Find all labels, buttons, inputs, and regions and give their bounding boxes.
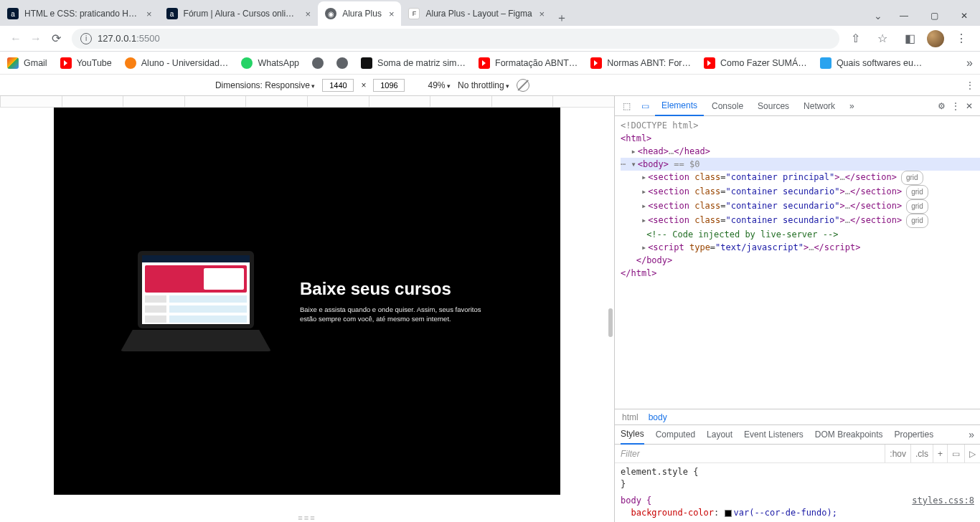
tab-network[interactable]: Network: [797, 96, 842, 116]
bookmark-softwares[interactable]: Quais softwares eu…: [820, 57, 923, 69]
close-icon[interactable]: ×: [540, 9, 545, 19]
kebab-icon[interactable]: ⋮: [951, 101, 960, 111]
side-panel-icon[interactable]: ◧: [900, 29, 920, 49]
tab-1[interactable]: a Fórum | Alura - Cursos online de ×: [159, 1, 319, 26]
tab-event-listeners[interactable]: Event Listeners: [744, 430, 804, 440]
bookmark-normas[interactable]: Normas ABNT: For…: [590, 57, 691, 69]
tab-dom-breakpoints[interactable]: DOM Breakpoints: [815, 430, 883, 440]
devtools-panel: ⬚ ▭ Elements Console Sources Network » ⚙…: [614, 96, 980, 522]
bookmark-sumario[interactable]: Como Fazer SUMÁ…: [704, 57, 807, 69]
minimize-button[interactable]: —: [891, 6, 917, 26]
cls-toggle[interactable]: .cls: [910, 445, 933, 462]
rotate-icon[interactable]: [517, 79, 529, 92]
maximize-button[interactable]: ▢: [921, 6, 947, 26]
favicon-globe: ◉: [325, 8, 336, 19]
tab-properties[interactable]: Properties: [895, 430, 934, 440]
resize-handle-horizontal[interactable]: ≡≡≡: [0, 513, 614, 522]
device-bar-menu[interactable]: ⋮: [960, 80, 980, 90]
bookmark-gmail[interactable]: Gmail: [7, 57, 47, 69]
emulated-viewport[interactable]: Baixe seus cursos Baixe e assista quando…: [54, 108, 560, 495]
styles-filter-input[interactable]: Filter: [615, 449, 885, 459]
styles-tabs: Styles Computed Layout Event Listeners D…: [615, 424, 980, 445]
whatsapp-icon: [241, 57, 253, 69]
preview-scrollbar[interactable]: [607, 301, 614, 344]
hov-toggle[interactable]: :hov: [885, 445, 910, 462]
devtools-close-icon[interactable]: ✕: [966, 101, 973, 111]
tab-label: Fórum | Alura - Cursos online de: [184, 9, 298, 19]
tab-styles[interactable]: Styles: [621, 424, 644, 445]
tab-label: Alura Plus - Layout – Figma: [425, 9, 532, 19]
bookmark-matriz[interactable]: Soma de matriz sim…: [361, 57, 466, 69]
styles-filter-row: Filter :hov .cls + ▭ ▷: [615, 445, 980, 463]
window-close-button[interactable]: ✕: [951, 6, 977, 26]
address-bar[interactable]: i 127.0.0.1:5500: [72, 29, 839, 49]
hero-body: Baixe e assista quando e onde quiser. As…: [300, 305, 494, 324]
new-rule-button[interactable]: +: [933, 445, 947, 462]
forward-button[interactable]: →: [26, 29, 46, 49]
styles-overflow[interactable]: »: [969, 429, 974, 440]
more-actions-icon[interactable]: ▷: [964, 445, 980, 462]
bookmark-generic-2[interactable]: [336, 57, 348, 69]
device-toggle-icon[interactable]: ▭: [636, 101, 654, 111]
tab-layout[interactable]: Layout: [707, 430, 732, 440]
globe-icon: [336, 57, 348, 69]
computed-pane-icon[interactable]: ▭: [947, 445, 964, 462]
css-rules-pane[interactable]: element.style { } styles.css:8body { bac…: [615, 463, 980, 522]
inspect-element-icon[interactable]: ⬚: [618, 101, 635, 111]
bookmark-youtube[interactable]: YouTube: [60, 57, 112, 69]
profile-avatar[interactable]: [927, 30, 944, 47]
tab-elements[interactable]: Elements: [655, 96, 704, 116]
tabs-overflow[interactable]: »: [843, 96, 861, 116]
breadcrumb: html body: [615, 409, 980, 424]
color-swatch[interactable]: [725, 510, 732, 517]
bookmark-aluno[interactable]: Aluno - Universidad…: [125, 57, 229, 69]
site-info-icon[interactable]: i: [80, 33, 92, 44]
close-icon[interactable]: ×: [306, 9, 311, 19]
new-tab-button[interactable]: ＋: [552, 11, 572, 26]
youtube-icon: [479, 57, 490, 69]
favicon-alura: a: [7, 8, 19, 19]
moodle-icon: [125, 57, 136, 69]
crumb-html[interactable]: html: [622, 412, 639, 422]
tab-3[interactable]: F Alura Plus - Layout – Figma ×: [401, 1, 552, 26]
zoom-dropdown[interactable]: 49%: [428, 80, 451, 90]
workspace: Baixe seus cursos Baixe e assista quando…: [0, 96, 980, 522]
viewport-height-input[interactable]: [373, 79, 405, 92]
back-button[interactable]: ←: [6, 29, 26, 49]
dom-tree[interactable]: <!DOCTYPE html> <html> ▸<head>…</head> ⋯…: [615, 116, 980, 409]
dimensions-dropdown[interactable]: Dimensions: Responsive: [215, 80, 316, 90]
reload-button[interactable]: ⟳: [46, 29, 66, 49]
source-link[interactable]: styles.css:8: [912, 495, 974, 507]
close-icon[interactable]: ×: [146, 9, 152, 19]
tab-sources[interactable]: Sources: [751, 96, 796, 116]
share-icon[interactable]: ⇧: [845, 29, 865, 49]
software-icon: [820, 57, 831, 69]
bookmark-whatsapp[interactable]: WhatsApp: [241, 57, 299, 69]
window-controls: ⌄ — ▢ ✕: [874, 6, 980, 26]
tab-computed[interactable]: Computed: [656, 430, 695, 440]
gmail-icon: [7, 57, 19, 69]
bookmarks-bar: Gmail YouTube Aluno - Universidad… Whats…: [0, 52, 980, 75]
bookmarks-overflow[interactable]: »: [966, 57, 973, 70]
viewport-width-input[interactable]: [322, 79, 354, 92]
bookmark-abnt-video[interactable]: Formatação ABNT…: [479, 57, 578, 69]
tab-console[interactable]: Console: [705, 96, 750, 116]
tab-2-active[interactable]: ◉ Alura Plus ×: [318, 1, 401, 26]
bookmark-star-icon[interactable]: ☆: [872, 29, 892, 49]
dimension-separator: ×: [361, 80, 366, 90]
devtools-tabs: ⬚ ▭ Elements Console Sources Network » ⚙…: [615, 96, 980, 116]
close-icon[interactable]: ×: [389, 9, 395, 19]
preview-pane: Baixe seus cursos Baixe e assista quando…: [0, 96, 614, 522]
gear-icon[interactable]: ⚙: [938, 101, 946, 111]
tab-0[interactable]: a HTML e CSS: praticando HTML/C ×: [0, 1, 159, 26]
bookmark-generic-1[interactable]: [312, 57, 324, 69]
laptop-illustration: [121, 251, 271, 351]
tab-label: Alura Plus: [342, 9, 382, 19]
favicon-figma: F: [408, 8, 420, 19]
tabs-dropdown-icon[interactable]: ⌄: [874, 10, 882, 22]
throttling-dropdown[interactable]: No throttling: [458, 80, 509, 90]
hero-section: Baixe seus cursos Baixe e assista quando…: [54, 108, 560, 495]
crumb-body[interactable]: body: [649, 412, 667, 422]
matrix-icon: [361, 57, 372, 69]
chrome-menu-icon[interactable]: ⋮: [951, 29, 971, 49]
